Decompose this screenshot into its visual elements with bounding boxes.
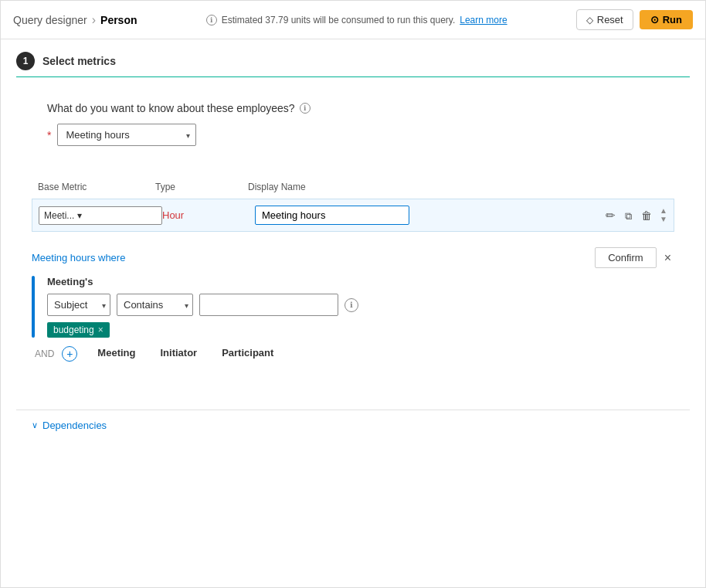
question-area: What do you want to know about these emp… bbox=[16, 87, 690, 161]
base-metric-dropdown-arrow: ▾ bbox=[77, 210, 82, 221]
metric-select[interactable]: Meeting hours Email hours Focus hours bbox=[57, 124, 196, 146]
close-filter-icon: × bbox=[664, 251, 671, 264]
type-cell: Hour bbox=[162, 209, 255, 221]
table-row: Meeti... ▾ Hour ✏ ⧉ 🗑 bbox=[32, 199, 674, 232]
move-up-button[interactable]: ▲ bbox=[660, 207, 667, 215]
filter-header: Meeting hours where Confirm × bbox=[32, 247, 674, 268]
budgeting-tag: budgeting × bbox=[47, 322, 110, 338]
edit-button[interactable]: ✏ bbox=[604, 207, 617, 224]
run-icon: ⊙ bbox=[650, 14, 659, 25]
learn-more-link[interactable]: Learn more bbox=[460, 15, 507, 25]
filter-section: Meeting hours where Confirm × Meeting's bbox=[16, 238, 690, 372]
header-actions: ◇ Reset ⊙ Run bbox=[576, 9, 693, 30]
section-title: Select metrics bbox=[42, 55, 116, 67]
meeting-tab-meeting[interactable]: Meeting bbox=[85, 344, 148, 363]
filter-left-bar bbox=[32, 276, 35, 338]
and-label: AND bbox=[35, 348, 54, 359]
copy-button[interactable]: ⧉ bbox=[623, 207, 633, 224]
display-name-input[interactable] bbox=[255, 206, 409, 225]
filter-info-icon: ℹ bbox=[345, 298, 358, 312]
section-header: 1 Select metrics bbox=[16, 52, 690, 77]
condition-select-wrapper: Contains Equals Starts with ▾ bbox=[117, 294, 193, 316]
question-label: What do you want to know about these emp… bbox=[47, 102, 659, 114]
filter-content: Meeting's Subject Body Title ▾ bbox=[47, 276, 674, 338]
breadcrumb-separator: › bbox=[92, 13, 96, 27]
and-row: AND + Meeting Initiator Participant bbox=[32, 344, 674, 363]
reset-button[interactable]: ◇ Reset bbox=[576, 9, 633, 30]
col-display-name-header: Display Name bbox=[248, 182, 674, 192]
tags-row: budgeting × bbox=[47, 322, 674, 338]
col-base-metric-header: Base Metric bbox=[32, 182, 155, 192]
move-down-button[interactable]: ▼ bbox=[660, 216, 667, 223]
main-content: 1 Select metrics What do you want to kno… bbox=[1, 39, 705, 587]
dependencies-label: Dependencies bbox=[42, 420, 107, 431]
estimation-banner: ℹ Estimated 37.79 units will be consumed… bbox=[137, 15, 576, 25]
meeting-tab-initiator[interactable]: Initiator bbox=[148, 344, 209, 363]
move-buttons: ▲ ▼ bbox=[660, 207, 667, 223]
copy-icon: ⧉ bbox=[625, 210, 632, 222]
display-name-cell bbox=[255, 206, 595, 225]
filter-title: Meeting hours where bbox=[32, 252, 125, 263]
condition-select[interactable]: Contains Equals Starts with bbox=[117, 294, 193, 316]
delete-icon: 🗑 bbox=[641, 209, 652, 222]
estimation-text: Estimated 37.79 units will be consumed t… bbox=[222, 15, 456, 25]
meeting-tab-participant[interactable]: Participant bbox=[209, 344, 286, 363]
confirm-button[interactable]: Confirm bbox=[595, 247, 657, 268]
edit-icon: ✏ bbox=[606, 209, 616, 222]
tag-label: budgeting bbox=[53, 325, 94, 335]
add-and-icon: + bbox=[66, 348, 73, 359]
breadcrumb-parent[interactable]: Query designer bbox=[13, 14, 87, 26]
row-actions: ✏ ⧉ 🗑 ▲ ▼ bbox=[604, 207, 667, 224]
breadcrumb-current: Person bbox=[100, 14, 137, 26]
close-filter-button[interactable]: × bbox=[661, 251, 674, 265]
required-indicator: * bbox=[47, 129, 51, 141]
dependencies-section: ∨ Dependencies bbox=[16, 410, 690, 440]
subject-select[interactable]: Subject Body Title bbox=[47, 294, 110, 316]
subject-select-wrapper: Subject Body Title ▾ bbox=[47, 294, 110, 316]
add-and-button[interactable]: + bbox=[62, 346, 77, 362]
meeting-tabs: Meeting Initiator Participant bbox=[85, 344, 286, 363]
base-metric-dropdown[interactable]: Meeti... ▾ bbox=[39, 206, 162, 225]
base-metric-cell: Meeti... ▾ bbox=[39, 206, 162, 225]
tag-close-button[interactable]: × bbox=[98, 325, 104, 335]
table-header: Base Metric Type Display Name bbox=[32, 177, 674, 197]
col-type-header: Type bbox=[155, 182, 248, 192]
filter-text-input[interactable] bbox=[199, 294, 338, 316]
filter-body: Meeting's Subject Body Title ▾ bbox=[32, 276, 674, 338]
filter-row: Subject Body Title ▾ Contains Equals Sta… bbox=[47, 294, 674, 316]
dependencies-toggle[interactable]: ∨ Dependencies bbox=[32, 420, 674, 431]
reset-icon: ◇ bbox=[586, 15, 593, 25]
dependencies-chevron-icon: ∨ bbox=[32, 420, 38, 430]
base-metric-value: Meeti... bbox=[44, 210, 74, 221]
filter-group-label: Meeting's bbox=[47, 276, 674, 287]
run-button[interactable]: ⊙ Run bbox=[640, 10, 693, 29]
breadcrumb: Query designer › Person bbox=[13, 13, 137, 27]
estimation-info-icon: ℹ bbox=[206, 15, 217, 25]
metrics-table: Base Metric Type Display Name Meeti... ▾… bbox=[16, 177, 690, 232]
delete-button[interactable]: 🗑 bbox=[640, 207, 653, 223]
step-number: 1 bbox=[16, 52, 35, 70]
question-info-icon: ℹ bbox=[300, 103, 311, 114]
filter-header-actions: Confirm × bbox=[595, 247, 674, 268]
metric-select-wrapper: Meeting hours Email hours Focus hours ▾ bbox=[57, 124, 196, 146]
